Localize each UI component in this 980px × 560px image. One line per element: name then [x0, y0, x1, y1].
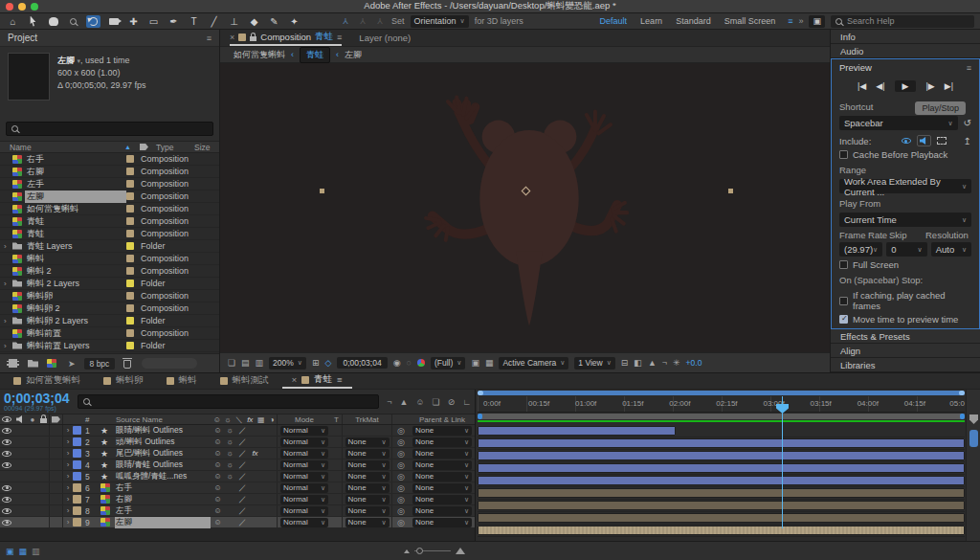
resolution-dropdown[interactable]: Auto∨	[931, 242, 971, 257]
puppet-pin-tool[interactable]: ✦	[287, 15, 301, 28]
trkmat-dropdown[interactable]: None∨	[345, 449, 390, 459]
quality-toggle[interactable]: ／	[237, 517, 248, 527]
blend-mode-dropdown[interactable]: Normal∨	[280, 506, 328, 516]
audio-panel-header[interactable]: Audio	[831, 44, 980, 58]
quality-toggle[interactable]: ／	[237, 448, 248, 459]
overflow-chevron[interactable]: »	[798, 16, 803, 26]
project-row[interactable]: 青蛙 Composition	[0, 228, 219, 240]
timeline-tab[interactable]: × 如何當隻蝌蚪 ≡	[4, 372, 90, 389]
expand-chevron-icon[interactable]: ›	[63, 495, 73, 504]
graph-editor-icon[interactable]: ∟	[462, 397, 471, 407]
breadcrumb-item[interactable]: 左腳	[345, 49, 362, 61]
layer-handle-left[interactable]	[320, 189, 324, 193]
expand-in-out-panes-icon[interactable]: ▥	[32, 547, 40, 556]
eye-toggle[interactable]	[2, 497, 11, 503]
fast-previews-icon[interactable]: ▲	[648, 358, 657, 368]
label-cell[interactable]	[50, 459, 63, 470]
shy-switch-icon[interactable]: ☺	[212, 415, 222, 424]
transparency-grid-icon[interactable]: ▦	[485, 358, 494, 368]
item-name[interactable]: 左腳	[25, 190, 126, 203]
trkmat-dropdown[interactable]: None∨	[345, 495, 390, 504]
layer-name[interactable]: 頭/蝌蚪 Outlines	[115, 437, 211, 448]
shy-toggle[interactable]: ☺	[212, 449, 223, 458]
interpret-footage-icon[interactable]	[7, 359, 19, 368]
label-color-swatch[interactable]	[126, 267, 134, 275]
layer-duration-bar[interactable]	[478, 488, 965, 498]
project-row[interactable]: 左手 Composition	[0, 178, 219, 190]
parent-link-column-header[interactable]: Parent & Link	[410, 415, 475, 424]
motion-blur-icon[interactable]: ⊘	[448, 397, 456, 407]
label-column-icon[interactable]	[140, 144, 148, 150]
current-timecode[interactable]: 0;00;03;04	[4, 392, 70, 405]
eye-toggle[interactable]	[2, 520, 11, 526]
zoom-out-icon[interactable]	[404, 549, 410, 553]
camera-tool[interactable]	[106, 15, 121, 28]
layer-color-swatch[interactable]	[73, 495, 81, 504]
lock-toggle[interactable]	[38, 459, 50, 470]
play-button[interactable]: ▶	[895, 80, 917, 92]
shy-toggle[interactable]: ☺	[212, 495, 223, 504]
collapse-switch-icon[interactable]: ☼	[224, 415, 234, 424]
next-frame-button[interactable]: |▶	[925, 81, 934, 91]
world-axis-mode-button[interactable]: Y	[357, 16, 368, 26]
lock-toggle[interactable]	[38, 448, 50, 459]
mode-column-header[interactable]: Mode	[278, 415, 331, 424]
include-overlays-icon[interactable]	[937, 137, 947, 145]
blend-mode-dropdown[interactable]: Normal∨	[280, 472, 328, 482]
project-row[interactable]: › 青蛙 Layers Folder	[0, 240, 219, 253]
lock-toggle[interactable]	[38, 437, 50, 447]
timeline-layer-row[interactable]: › 9 左腳 ☺☼／ Normal∨ None∨ ◎ None∨	[0, 517, 475, 528]
effects-switch-icon[interactable]: fx	[246, 415, 256, 424]
shy-toggle[interactable]: ☺	[212, 437, 223, 446]
brush-tool[interactable]: ╱	[207, 15, 221, 28]
layer-color-swatch[interactable]	[73, 437, 81, 446]
align-panel-header[interactable]: Align	[831, 344, 980, 358]
number-column-header[interactable]: #	[85, 415, 100, 424]
parent-pickwhip-icon[interactable]: ◎	[392, 506, 410, 516]
pen-tool[interactable]: ✒	[167, 15, 181, 28]
layer-color-swatch[interactable]	[73, 449, 81, 458]
label-color-swatch[interactable]	[126, 217, 134, 225]
project-row[interactable]: 如何當隻蝌蚪 Composition	[0, 203, 219, 215]
layer-duration-bar[interactable]	[478, 426, 676, 436]
layer-color-swatch[interactable]	[73, 460, 81, 469]
project-row[interactable]: 右手 Composition	[0, 153, 219, 166]
include-video-icon[interactable]	[902, 138, 911, 144]
hide-shy-layers-icon[interactable]: ☺	[415, 397, 424, 407]
folder-chevron-icon[interactable]: ›	[4, 317, 12, 325]
roto-brush-tool[interactable]: ✎	[267, 15, 281, 28]
project-row[interactable]: 蝌蚪 2 Composition	[0, 265, 219, 278]
project-row[interactable]: 蝌蚪卵 2 Composition	[0, 302, 219, 315]
quality-toggle[interactable]: ／	[237, 505, 248, 516]
layer-color-swatch[interactable]	[73, 506, 81, 515]
draft-3d-icon[interactable]: ▲	[399, 397, 408, 407]
timeline-navigator-scrollbar[interactable]	[478, 391, 965, 395]
timeline-layer-row[interactable]: › 4 眼睛/青蛙 Outlines ☺☼／ Normal∨ None∨ ◎ N…	[0, 459, 475, 471]
timeline-tab[interactable]: × 蝌蚪測試 ≡	[211, 372, 278, 389]
parent-dropdown[interactable]: None∨	[412, 495, 472, 504]
trkmat-dropdown[interactable]: None∨	[345, 483, 390, 493]
color-depth-button[interactable]: 8 bpc	[84, 358, 116, 370]
panel-menu-icon[interactable]: ≡	[207, 34, 212, 43]
full-screen-checkbox[interactable]	[839, 260, 848, 269]
parent-dropdown[interactable]: None∨	[412, 518, 472, 527]
project-row[interactable]: › 蝌蚪卵 2 Layers Folder	[0, 315, 219, 327]
expand-chevron-icon[interactable]: ›	[63, 437, 73, 446]
trkmat-dropdown[interactable]: None∨	[345, 460, 390, 470]
item-name[interactable]: 青蛙	[25, 215, 126, 228]
sort-arrow-icon[interactable]: ▲	[124, 144, 140, 150]
label-column-icon[interactable]	[52, 416, 60, 423]
workspace-tab[interactable]: Small Screen	[718, 16, 783, 26]
eye-toggle[interactable]	[2, 508, 11, 514]
lock-column-icon[interactable]	[40, 418, 47, 423]
project-row[interactable]: › 蝌蚪 2 Layers Folder	[0, 278, 219, 290]
layer-name[interactable]: 左腳	[115, 517, 211, 528]
channel-icon[interactable]	[417, 359, 425, 367]
zoom-in-icon[interactable]	[456, 548, 465, 554]
lock-icon[interactable]	[250, 36, 256, 41]
parent-pickwhip-icon[interactable]: ◎	[392, 495, 410, 504]
search-help-field[interactable]: Search Help	[831, 15, 974, 28]
layer-duration-bar[interactable]	[478, 513, 965, 523]
orientation-dropdown[interactable]: Orientation∨	[411, 15, 469, 28]
type-column-header[interactable]: Type	[148, 143, 194, 152]
